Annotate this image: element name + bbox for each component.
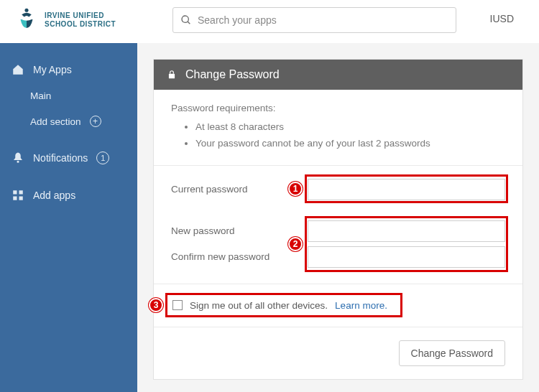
svg-rect-6 <box>13 197 17 200</box>
change-password-panel: Change Password Password requirements: A… <box>153 59 523 380</box>
logo-icon <box>14 7 39 32</box>
group-new-password: New password Confirm new password 2 <box>171 220 505 268</box>
svg-point-3 <box>17 161 19 163</box>
row-new-password: New password <box>171 220 505 242</box>
svg-line-2 <box>188 22 190 24</box>
signout-section: Sign me out of all other devices. Learn … <box>154 284 522 327</box>
svg-rect-8 <box>169 74 175 78</box>
password-form: Current password 1 New password Confirm … <box>154 165 522 284</box>
sidebar-item-add-section[interactable]: Add section + <box>0 108 137 134</box>
svg-rect-4 <box>13 190 17 194</box>
row-current-password: Current password 1 <box>171 179 505 200</box>
sidebar: My Apps Main Add section + Notifications… <box>0 43 137 392</box>
sidebar-item-notifications[interactable]: Notifications 1 <box>0 144 137 172</box>
input-confirm-password[interactable] <box>308 246 505 268</box>
sidebar-item-my-apps[interactable]: My Apps <box>0 56 137 83</box>
org-name-line1: IRVINE UNIFIED <box>45 11 116 20</box>
search-wrap <box>172 7 456 33</box>
svg-rect-7 <box>19 197 23 200</box>
input-current-password[interactable] <box>308 179 505 200</box>
sidebar-label-notifications: Notifications <box>33 152 88 164</box>
bell-icon <box>11 151 24 164</box>
sidebar-label-my-apps: My Apps <box>33 64 72 75</box>
search-input[interactable] <box>198 14 448 26</box>
topbar: IRVINE UNIFIED SCHOOL DISTRICT IUSD <box>0 0 539 43</box>
label-confirm-password: Confirm new password <box>171 251 308 262</box>
plus-icon: + <box>90 116 101 127</box>
password-requirements: Password requirements: At least 8 charac… <box>154 90 522 165</box>
sidebar-item-add-apps[interactable]: Add apps <box>0 182 137 209</box>
svg-rect-5 <box>19 190 23 194</box>
search-icon <box>180 14 192 26</box>
search-field[interactable] <box>172 7 456 33</box>
svg-point-0 <box>24 9 28 12</box>
home-icon <box>11 63 24 76</box>
panel-title: Change Password <box>185 68 280 81</box>
requirement-item: At least 8 characters <box>195 119 505 136</box>
signout-label: Sign me out of all other devices. <box>190 300 328 311</box>
sidebar-label-main: Main <box>30 90 51 101</box>
signout-checkbox[interactable] <box>172 300 183 310</box>
input-new-password[interactable] <box>308 220 505 242</box>
lock-icon <box>167 70 177 80</box>
row-confirm-password: Confirm new password <box>171 246 505 268</box>
notifications-count: 1 <box>96 151 109 164</box>
svg-point-1 <box>182 16 188 22</box>
org-name-line2: SCHOOL DISTRICT <box>45 20 116 29</box>
requirement-item: Your password cannot be any of your last… <box>195 136 505 152</box>
main: Change Password Password requirements: A… <box>137 43 539 392</box>
panel-header: Change Password <box>154 60 522 90</box>
label-new-password: New password <box>171 225 308 236</box>
signout-row: Sign me out of all other devices. Learn … <box>171 297 505 314</box>
learn-more-link[interactable]: Learn more. <box>335 300 387 311</box>
sidebar-item-main[interactable]: Main <box>0 83 137 108</box>
requirements-title: Password requirements: <box>171 103 505 113</box>
org-name: IRVINE UNIFIED SCHOOL DISTRICT <box>45 7 116 29</box>
requirements-list: At least 8 characters Your password cann… <box>171 119 505 152</box>
logo: IRVINE UNIFIED SCHOOL DISTRICT <box>14 7 137 32</box>
sidebar-label-add-section: Add section <box>30 116 81 127</box>
panel-actions: Change Password <box>154 327 522 379</box>
label-current-password: Current password <box>171 184 308 195</box>
sidebar-label-add-apps: Add apps <box>33 190 75 201</box>
annotation-badge-3: 3 <box>149 298 163 312</box>
grid-icon <box>11 189 24 202</box>
change-password-button[interactable]: Change Password <box>399 340 505 366</box>
org-short-label: IUSD <box>490 7 514 24</box>
